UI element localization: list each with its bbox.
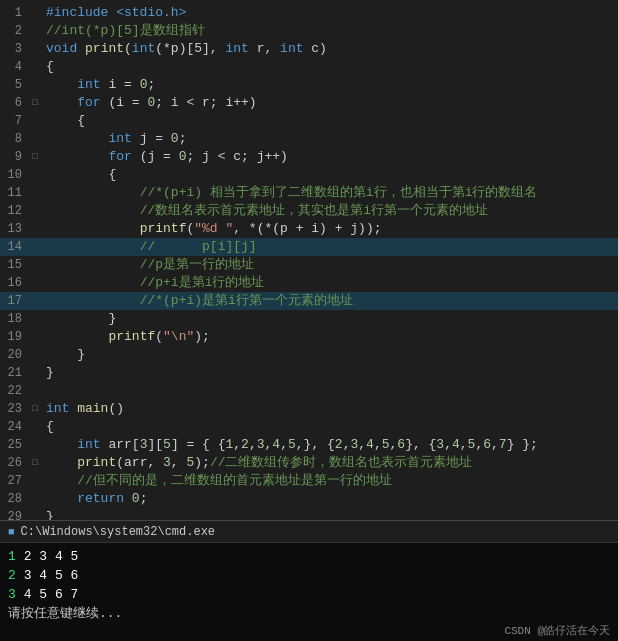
line-content: { bbox=[42, 166, 618, 184]
line-content: //int(*p)[5]是数组指针 bbox=[42, 22, 618, 40]
code-line: 13 printf("%d ", *(*(p + i) + j)); bbox=[0, 220, 618, 238]
line-content: { bbox=[42, 418, 618, 436]
code-line: 8 int j = 0; bbox=[0, 130, 618, 148]
line-content: { bbox=[42, 112, 618, 130]
line-number: 20 bbox=[0, 346, 28, 364]
line-number: 3 bbox=[0, 40, 28, 58]
line-number: 19 bbox=[0, 328, 28, 346]
terminal-title: C:\Windows\system32\cmd.exe bbox=[21, 525, 215, 539]
line-content: // p[i][j] bbox=[42, 238, 618, 256]
line-number: 5 bbox=[0, 76, 28, 94]
line-number: 9 bbox=[0, 148, 28, 166]
terminal-icon: ■ bbox=[8, 526, 15, 538]
line-content: printf("%d ", *(*(p + i) + j)); bbox=[42, 220, 618, 238]
line-number: 16 bbox=[0, 274, 28, 292]
line-number: 22 bbox=[0, 382, 28, 400]
line-number: 28 bbox=[0, 490, 28, 508]
line-content: //p是第一行的地址 bbox=[42, 256, 618, 274]
line-number: 11 bbox=[0, 184, 28, 202]
code-line: 2//int(*p)[5]是数组指针 bbox=[0, 22, 618, 40]
line-number: 29 bbox=[0, 508, 28, 520]
line-number: 25 bbox=[0, 436, 28, 454]
terminal-output-line: 1 2 3 4 5 bbox=[8, 547, 610, 566]
code-line: 18 } bbox=[0, 310, 618, 328]
line-number: 7 bbox=[0, 112, 28, 130]
line-number: 17 bbox=[0, 292, 28, 310]
line-number: 2 bbox=[0, 22, 28, 40]
line-number: 24 bbox=[0, 418, 28, 436]
code-line: 1#include <stdio.h> bbox=[0, 4, 618, 22]
code-line: 23□int main() bbox=[0, 400, 618, 418]
watermark: CSDN @皓仔活在今天 bbox=[504, 623, 610, 638]
code-line: 17 //*(p+i)是第i行第一个元素的地址 bbox=[0, 292, 618, 310]
line-number: 4 bbox=[0, 58, 28, 76]
code-line: 7 { bbox=[0, 112, 618, 130]
code-line: 27 //但不同的是，二维数组的首元素地址是第一行的地址 bbox=[0, 472, 618, 490]
code-line: 6□ for (i = 0; i < r; i++) bbox=[0, 94, 618, 112]
code-line: 26□ print(arr, 3, 5);//二维数组传参时，数组名也表示首元素… bbox=[0, 454, 618, 472]
code-line: 28 return 0; bbox=[0, 490, 618, 508]
line-content: } bbox=[42, 508, 618, 520]
line-content: void print(int(*p)[5], int r, int c) bbox=[42, 40, 618, 58]
line-content: } bbox=[42, 310, 618, 328]
line-content: #include <stdio.h> bbox=[42, 4, 618, 22]
code-line: 4{ bbox=[0, 58, 618, 76]
code-line: 22 bbox=[0, 382, 618, 400]
line-content: //数组名表示首元素地址，其实也是第i行第一个元素的地址 bbox=[42, 202, 618, 220]
line-content: printf("\n"); bbox=[42, 328, 618, 346]
terminal-area: ■ C:\Windows\system32\cmd.exe 1 2 3 4 52… bbox=[0, 520, 618, 641]
fold-arrow[interactable]: □ bbox=[28, 148, 42, 166]
line-content: } bbox=[42, 364, 618, 382]
code-line: 5 int i = 0; bbox=[0, 76, 618, 94]
terminal-output-line: 3 4 5 6 7 bbox=[8, 585, 610, 604]
line-number: 21 bbox=[0, 364, 28, 382]
line-number: 26 bbox=[0, 454, 28, 472]
fold-arrow[interactable]: □ bbox=[28, 94, 42, 112]
code-line: 3void print(int(*p)[5], int r, int c) bbox=[0, 40, 618, 58]
terminal-output-line: 2 3 4 5 6 bbox=[8, 566, 610, 585]
code-line: 14 // p[i][j] bbox=[0, 238, 618, 256]
code-line: 29} bbox=[0, 508, 618, 520]
terminal-content: 1 2 3 4 52 3 4 5 63 4 5 6 7请按任意键继续...CSD… bbox=[0, 543, 618, 641]
line-content: { bbox=[42, 58, 618, 76]
fold-arrow[interactable]: □ bbox=[28, 400, 42, 418]
line-content: //*(p+i)是第i行第一个元素的地址 bbox=[42, 292, 618, 310]
line-number: 8 bbox=[0, 130, 28, 148]
line-content: int i = 0; bbox=[42, 76, 618, 94]
code-line: 15 //p是第一行的地址 bbox=[0, 256, 618, 274]
line-content: for (i = 0; i < r; i++) bbox=[42, 94, 618, 112]
line-number: 15 bbox=[0, 256, 28, 274]
line-content: //但不同的是，二维数组的首元素地址是第一行的地址 bbox=[42, 472, 618, 490]
line-number: 12 bbox=[0, 202, 28, 220]
line-content: int arr[3][5] = { {1,2,3,4,5,}, {2,3,4,5… bbox=[42, 436, 618, 454]
code-line: 11 //*(p+i) 相当于拿到了二维数组的第i行，也相当于第i行的数组名 bbox=[0, 184, 618, 202]
line-number: 14 bbox=[0, 238, 28, 256]
line-number: 23 bbox=[0, 400, 28, 418]
line-content: print(arr, 3, 5);//二维数组传参时，数组名也表示首元素地址 bbox=[42, 454, 618, 472]
code-line: 19 printf("\n"); bbox=[0, 328, 618, 346]
fold-arrow[interactable]: □ bbox=[28, 454, 42, 472]
code-line: 21} bbox=[0, 364, 618, 382]
code-line: 20 } bbox=[0, 346, 618, 364]
line-number: 1 bbox=[0, 4, 28, 22]
terminal-output-line: 请按任意键继续... bbox=[8, 604, 610, 623]
code-line: 25 int arr[3][5] = { {1,2,3,4,5,}, {2,3,… bbox=[0, 436, 618, 454]
line-content: for (j = 0; j < c; j++) bbox=[42, 148, 618, 166]
code-line: 10 { bbox=[0, 166, 618, 184]
line-content: int j = 0; bbox=[42, 130, 618, 148]
line-number: 27 bbox=[0, 472, 28, 490]
code-line: 12 //数组名表示首元素地址，其实也是第i行第一个元素的地址 bbox=[0, 202, 618, 220]
line-number: 13 bbox=[0, 220, 28, 238]
line-content: //p+i是第i行的地址 bbox=[42, 274, 618, 292]
line-number: 18 bbox=[0, 310, 28, 328]
code-line: 9□ for (j = 0; j < c; j++) bbox=[0, 148, 618, 166]
code-line: 16 //p+i是第i行的地址 bbox=[0, 274, 618, 292]
line-content: //*(p+i) 相当于拿到了二维数组的第i行，也相当于第i行的数组名 bbox=[42, 184, 618, 202]
line-content: int main() bbox=[42, 400, 618, 418]
line-content: return 0; bbox=[42, 490, 618, 508]
line-number: 10 bbox=[0, 166, 28, 184]
line-number: 6 bbox=[0, 94, 28, 112]
editor-area: 1#include <stdio.h>2//int(*p)[5]是数组指针3vo… bbox=[0, 0, 618, 520]
code-line: 24{ bbox=[0, 418, 618, 436]
line-content: } bbox=[42, 346, 618, 364]
